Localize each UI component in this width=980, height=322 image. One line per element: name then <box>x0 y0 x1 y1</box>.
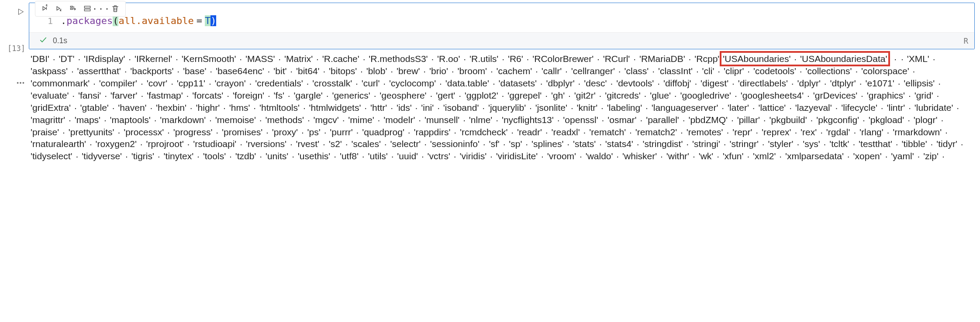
separator-dot: · <box>300 103 309 113</box>
separator-dot: · <box>532 66 542 76</box>
separator-dot: · <box>420 66 429 76</box>
package-name: 'forcats' <box>192 90 223 100</box>
run-below-icon[interactable] <box>53 3 66 14</box>
delete-cell-icon[interactable] <box>109 3 122 14</box>
run-cell-icon[interactable] <box>16 7 25 19</box>
separator-dot: · <box>172 54 182 64</box>
package-name: 'brio' <box>429 66 448 76</box>
package-name: 'git2r' <box>574 90 596 100</box>
package-name: 'broom' <box>458 66 487 76</box>
package-name: 'RCurl' <box>603 54 630 64</box>
separator-dot: · <box>287 66 297 76</box>
separator-dot: · <box>671 90 680 100</box>
code-text[interactable]: .packages(all.available=T) <box>61 15 216 26</box>
separator-dot: · <box>206 66 216 76</box>
separator-dot: · <box>957 139 964 149</box>
package-name: 'htmlwidgets' <box>309 103 361 113</box>
package-name: 'foreign' <box>233 90 264 100</box>
package-name: 'rmarkdown' <box>893 127 942 137</box>
package-name: 'ggplot2' <box>465 90 498 100</box>
separator-dot: · <box>264 66 274 76</box>
separator-dot: · <box>859 115 869 125</box>
separator-dot: · <box>657 151 666 161</box>
package-name: 'languageserver' <box>652 103 718 113</box>
package-name: 'KernSmooth' <box>182 54 236 64</box>
package-name: 'scales' <box>351 139 381 149</box>
separator-dot: · <box>137 78 147 88</box>
language-badge[interactable]: R <box>963 37 968 45</box>
separator-dot: · <box>75 54 84 64</box>
package-name: 'lazyeval' <box>795 103 832 113</box>
separator-dot: · <box>594 54 603 64</box>
package-name: 'tinytex' <box>164 151 194 161</box>
separator-dot: · <box>905 90 914 100</box>
separator-dot: · <box>370 90 380 100</box>
separator-dot: · <box>90 78 99 88</box>
separator-dot: · <box>929 54 936 64</box>
separator-dot: · <box>649 66 658 76</box>
package-name: 'cachem' <box>497 66 532 76</box>
package-name: 'viridisLite' <box>496 151 538 161</box>
package-name: 'Matrix' <box>284 54 313 64</box>
separator-dot: · <box>596 139 605 149</box>
separator-dot: · <box>434 103 443 113</box>
package-name: 'later' <box>728 103 749 113</box>
package-name: 'devtools' <box>616 78 654 88</box>
separator-dot: · <box>537 78 546 88</box>
package-name: 'rvest' <box>296 139 320 149</box>
separator-dot: · <box>498 90 508 100</box>
package-name: 'googledrive' <box>680 90 732 100</box>
package-name: 'RMariaDB' <box>639 54 685 64</box>
separator-dot: · <box>821 78 830 88</box>
cell-body: ··· 1 .packages(all.available=T) <box>29 3 975 167</box>
separator-dot: · <box>264 90 274 100</box>
package-name: 'callr' <box>542 66 562 76</box>
run-above-icon[interactable] <box>39 3 52 14</box>
separator-dot: · <box>788 78 797 88</box>
more-output-icon[interactable] <box>16 78 25 90</box>
separator-dot: · <box>641 90 650 100</box>
separator-dot: · <box>914 151 924 161</box>
cell-gutter: [13] <box>3 3 29 167</box>
separator-dot: · <box>262 127 272 137</box>
separator-dot: · <box>576 151 586 161</box>
separator-dot: · <box>677 127 687 137</box>
package-name: 'R.cache' <box>322 54 359 64</box>
package-name: 'xopen' <box>853 151 882 161</box>
code-line[interactable]: 1 .packages(all.available=T) <box>29 14 974 32</box>
package-name: 'usethis' <box>298 151 331 161</box>
package-name: 'uuid' <box>397 151 418 161</box>
package-name: 'IRkernel' <box>135 54 172 64</box>
separator-dot: · <box>101 90 110 100</box>
separator-dot: · <box>554 115 563 125</box>
separator-dot: · <box>596 90 605 100</box>
separator-dot: · <box>850 127 860 137</box>
run-by-line-icon[interactable] <box>67 3 80 14</box>
svg-marker-4 <box>43 7 46 10</box>
package-name: 'plogr' <box>914 115 938 125</box>
separator-dot: · <box>691 78 701 88</box>
svg-rect-9 <box>70 8 72 10</box>
code-cell: [13] ··· <box>3 3 975 167</box>
package-name: 'tigris' <box>131 151 154 161</box>
separator-dot: · <box>173 66 183 76</box>
separator-dot: · <box>320 66 329 76</box>
separator-dot: · <box>776 151 785 161</box>
package-name: 'tools' <box>203 151 226 161</box>
separator-dot: · <box>759 139 768 149</box>
package-name: 'labeling' <box>607 103 642 113</box>
package-name: 'commonmark' <box>31 78 90 88</box>
code-editor[interactable]: 1 .packages(all.available=T) 0.1s R <box>29 3 975 49</box>
package-name: 'whisker' <box>622 151 657 161</box>
more-actions-button[interactable]: ··· <box>95 3 108 14</box>
separator-dot: · <box>752 127 762 137</box>
separator-dot: · <box>323 90 332 100</box>
separator-dot: · <box>220 103 229 113</box>
success-check-icon <box>39 35 48 46</box>
tok-arg-name: all.available <box>118 15 193 26</box>
package-name: 'roxygen2' <box>96 139 137 149</box>
separator-dot: · <box>427 90 436 100</box>
package-name: 'digest' <box>700 78 728 88</box>
separator-dot: · <box>598 115 608 125</box>
separator-dot: · <box>256 115 266 125</box>
